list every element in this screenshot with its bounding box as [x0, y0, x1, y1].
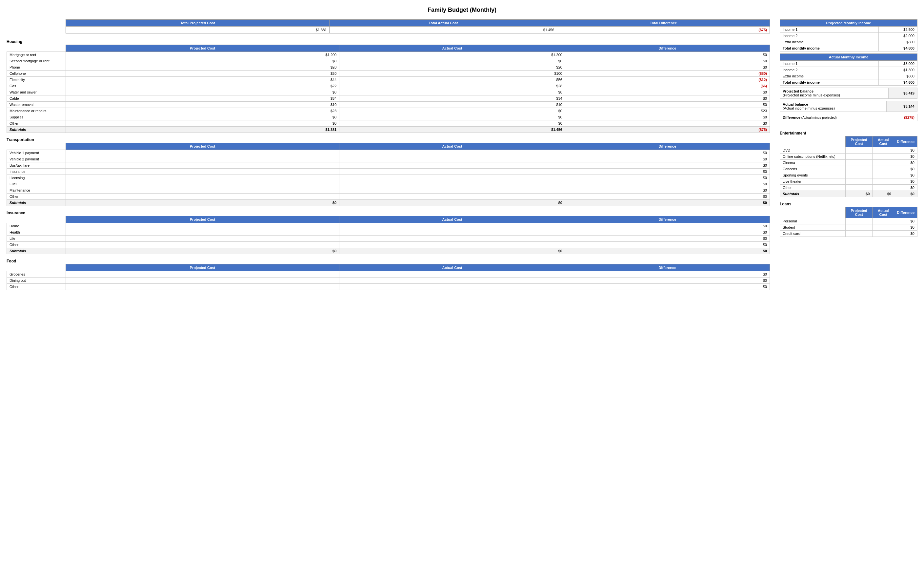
loans-row-projected	[846, 231, 872, 237]
ent-row-actual	[872, 166, 894, 172]
transport-row-actual	[339, 175, 565, 181]
transport-row-actual	[339, 156, 565, 162]
food-row-projected	[66, 278, 339, 284]
projected-balance-table: Projected balance (Projected income minu…	[780, 88, 918, 99]
actual-balance-value: $3.144	[887, 101, 918, 112]
housing-row: Phone $20 $20 $0	[7, 64, 770, 70]
loans-row-diff: $0	[894, 218, 918, 224]
ent-row-projected	[846, 172, 872, 179]
ent-row-diff: $0	[894, 166, 918, 172]
act-income-value: $300	[879, 73, 918, 80]
insurance-row: Other $0	[7, 242, 770, 248]
transport-row-label: Maintenance	[7, 187, 66, 193]
actual-income-total: Total monthly income $4.600	[780, 80, 918, 86]
transport-row-label: Licensing	[7, 175, 66, 181]
housing-row-label: Mortgage or rent	[7, 52, 66, 58]
ent-row-label: Cinema	[780, 160, 846, 166]
transport-row-projected	[66, 193, 339, 200]
housing-header-actual: Actual Cost	[339, 45, 565, 52]
transport-row-diff: $0	[565, 181, 770, 187]
transport-row-actual	[339, 162, 565, 169]
ent-row-actual	[872, 185, 894, 191]
insurance-row-projected	[66, 229, 339, 235]
ent-row-label: Online subscriptions (Netflix, etc)	[780, 154, 846, 160]
insurance-row-diff: $0	[565, 242, 770, 248]
food-table: Projected Cost Actual Cost Difference Gr…	[6, 264, 770, 290]
ent-row-projected	[846, 179, 872, 185]
loans-row: Credit card $0	[780, 231, 918, 237]
insurance-header-diff: Difference	[565, 216, 770, 223]
transport-row-label: Other	[7, 193, 66, 200]
housing-row-diff: ($80)	[565, 70, 770, 77]
housing-row-diff: $0	[565, 102, 770, 108]
housing-row-label: Other	[7, 120, 66, 127]
transport-subtotal: Subtotals $0 $0 $0	[7, 200, 770, 206]
ent-row-actual	[872, 160, 894, 166]
housing-row-diff: $0	[565, 64, 770, 70]
ent-row-actual	[872, 172, 894, 179]
housing-row-label: Cable	[7, 96, 66, 102]
loans-header-actual: Actual Cost	[872, 207, 894, 218]
food-row-diff: $0	[565, 278, 770, 284]
ent-row-projected	[846, 160, 872, 166]
ent-row-diff: $0	[894, 185, 918, 191]
food-row: Dining out $0	[7, 278, 770, 284]
housing-row: Mortgage or rent $1.200 $1.200 $0	[7, 52, 770, 58]
proj-income-value: $2.500	[879, 27, 918, 33]
housing-row-projected: $22	[66, 83, 339, 89]
ent-row-label: Concerts	[780, 166, 846, 172]
housing-row: Cellphone $20 $100 ($80)	[7, 70, 770, 77]
housing-row-projected: $8	[66, 89, 339, 96]
housing-row-diff: $0	[565, 120, 770, 127]
entertainment-row: Online subscriptions (Netflix, etc) $0	[780, 154, 918, 160]
transport-row: Vehicle 1 payment $0	[7, 150, 770, 156]
housing-row-actual: $100	[339, 70, 565, 77]
summary-diff-value: ($75)	[557, 27, 770, 34]
summary-header-diff: Total Difference	[557, 19, 770, 27]
ent-row-label: Other	[780, 185, 846, 191]
insurance-header-projected: Projected Cost	[66, 216, 339, 223]
loans-row-label: Credit card	[780, 231, 846, 237]
housing-row-actual: $56	[339, 77, 565, 83]
insurance-row-diff: $0	[565, 235, 770, 242]
actual-balance-label: Actual balance (Actual income minus expe…	[780, 101, 887, 112]
transport-row-label: Vehicle 2 payment	[7, 156, 66, 162]
food-row-diff: $0	[565, 271, 770, 278]
summary-table: Total Projected Cost Total Actual Cost T…	[66, 19, 770, 34]
transport-row-diff: $0	[565, 187, 770, 193]
ent-row-diff: $0	[894, 179, 918, 185]
food-row: Groceries $0	[7, 271, 770, 278]
food-row-label: Groceries	[7, 271, 66, 278]
transport-row: Maintenance $0	[7, 187, 770, 193]
ent-row-actual	[872, 179, 894, 185]
insurance-header-actual: Actual Cost	[339, 216, 565, 223]
housing-row-diff: ($6)	[565, 83, 770, 89]
transport-row-actual	[339, 169, 565, 175]
transport-row-diff: $0	[565, 175, 770, 181]
food-row-projected	[66, 284, 339, 290]
housing-row-diff: $0	[565, 96, 770, 102]
loans-row-actual	[872, 218, 894, 224]
act-income-label: Income 1	[780, 61, 879, 67]
housing-title: Housing	[6, 39, 770, 44]
housing-subtotal-projected: $1.381	[66, 127, 339, 133]
loans-header-projected: Projected Cost	[846, 207, 872, 218]
housing-row-projected: $0	[66, 58, 339, 64]
transport-row-projected	[66, 150, 339, 156]
difference-table: Difference (Actual minus projected) ($27…	[780, 114, 918, 121]
act-income-value: $1.300	[879, 67, 918, 73]
transport-row-actual	[339, 187, 565, 193]
transport-row: Fuel $0	[7, 181, 770, 187]
transport-row-label: Bus/taxi fare	[7, 162, 66, 169]
transport-row-diff: $0	[565, 169, 770, 175]
ent-header-actual: Actual Cost	[872, 136, 894, 147]
actual-income-row: Extra income $300	[780, 73, 918, 80]
transportation-title: Transportation	[6, 138, 770, 142]
housing-row-actual: $10	[339, 102, 565, 108]
ent-row-diff: $0	[894, 147, 918, 154]
entertainment-row: Live theater $0	[780, 179, 918, 185]
loans-header-diff: Difference	[894, 207, 918, 218]
housing-row-diff: $0	[565, 89, 770, 96]
summary-projected-value: $1.381	[66, 27, 329, 34]
housing-row-actual: $20	[339, 64, 565, 70]
